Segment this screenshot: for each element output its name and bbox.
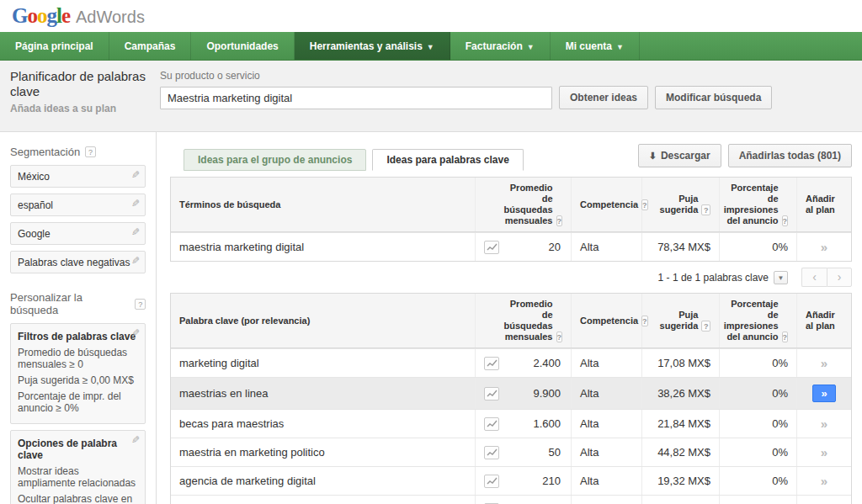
help-icon[interactable]: ? [701,321,710,332]
help-icon[interactable]: ? [782,215,789,226]
add-to-plan-cell[interactable]: » [797,438,851,466]
suggested-bid-cell: 21,84 MX$ [642,410,720,438]
edit-pencil-icon[interactable]: ✎ [131,434,140,446]
search-label: Su producto o servicio [160,70,862,82]
column-header-competition: Competencia? [572,294,642,347]
add-to-plan-cell[interactable]: » [797,349,851,377]
keyword-row: becas para maestrias1.600Alta21,84 MX$0%… [171,409,851,438]
trend-chart-icon[interactable] [476,496,508,504]
google-logo: Google [12,4,70,28]
edit-pencil-icon[interactable]: ✎ [131,255,140,267]
column-header-competition: Competencia? [572,178,642,231]
avg-searches-cell: 1.600 [508,496,572,504]
customize-box-title: Opciones de palabra clave [18,438,138,461]
keyword-row: maestria en marketing politico50Alta44,8… [171,438,851,466]
trend-chart-icon[interactable] [476,378,508,409]
customize-box-title: Filtros de palabras clave [18,331,138,342]
impression-share-cell: 0% [720,410,797,438]
segmentation-item-palabras-clave-negativas[interactable]: Palabras clave negativas✎ [10,251,146,273]
nav-item-campa-as[interactable]: Campañas [109,32,192,60]
modify-search-button[interactable]: Modificar búsqueda [655,86,772,109]
add-to-plan-cell[interactable]: » [797,378,851,409]
chevron-down-icon: ▼ [427,43,434,51]
tab-ideas-para-palabras-clave[interactable]: Ideas para palabras clave [372,149,523,171]
add-to-plan-button[interactable]: » [812,385,836,402]
add-to-plan-cell[interactable]: » [797,410,851,438]
column-header-add-to-plan: Añadir al plan [797,178,851,231]
avg-searches-cell: 210 [508,467,572,495]
trend-chart-icon[interactable] [476,467,508,495]
help-icon[interactable]: ? [782,332,789,342]
column-header-keyword: Palabra clave (por relevancia) [171,294,476,347]
keyword-row: agencia de marketing digital210Alta19,32… [171,466,851,495]
edit-pencil-icon[interactable]: ✎ [131,327,140,339]
column-header-impression-share: Porcentaje de impresiones del anuncio? [720,178,797,231]
edit-pencil-icon[interactable]: ✎ [131,226,140,238]
get-ideas-button[interactable]: Obtener ideas [559,86,648,109]
column-header-suggested-bid: Puja sugerida? [642,294,720,347]
add-to-plan-icon[interactable]: » [821,445,827,459]
help-icon[interactable]: ? [556,215,563,226]
add-to-plan-icon[interactable]: » [821,356,827,370]
keyword-row: maestria en educacion1.600Alta18,85 MX$0… [171,495,851,504]
keyword-cell: maestria en educacion [171,496,476,504]
keyword-row: maestria marketing digital20Alta78,34 MX… [171,232,851,261]
suggested-bid-cell: 44,82 MX$ [642,438,720,466]
tab-ideas-para-el-grupo-de-anuncios[interactable]: Ideas para el grupo de anuncios [184,149,366,171]
trend-chart-icon[interactable] [476,233,508,261]
customize-box-filtros-de-palabras-clave[interactable]: ✎Filtros de palabras clavePromedio de bú… [10,323,146,424]
left-sidebar: Segmentación ? México✎español✎Google✎Pal… [0,132,157,504]
pagination-text: 1 - 1 de 1 palabras clave [658,272,769,284]
nav-item-mi-cuenta[interactable]: Mi cuenta▼ [551,32,640,60]
column-header-chart [476,294,508,347]
segmentation-item-label: Google [18,228,51,240]
customize-box-opciones-de-palabra-clave[interactable]: ✎Opciones de palabra claveMostrar ideas … [10,430,146,504]
chevron-left-icon[interactable]: ‹ [801,268,827,287]
impression-share-cell: 0% [720,233,797,261]
trend-chart-icon[interactable] [476,349,508,377]
help-icon[interactable]: ? [556,332,563,342]
edit-pencil-icon[interactable]: ✎ [131,198,140,210]
chevron-down-icon[interactable]: ▼ [774,271,788,284]
page-title: Planificador de palabras clave [10,69,157,99]
add-to-plan-cell[interactable]: » [797,496,851,504]
chevron-down-icon: ▼ [616,43,624,51]
impression-share-cell: 0% [720,496,797,504]
keyword-cell: maestrias en linea [171,378,476,409]
nav-item-oportunidades[interactable]: Oportunidades [191,32,294,60]
add-to-plan-cell[interactable]: » [797,467,851,495]
download-button[interactable]: ⬇Descargar [638,144,721,167]
keyword-cell: marketing digital [171,349,476,377]
help-icon[interactable]: ? [135,299,146,310]
segmentation-item-google[interactable]: Google✎ [10,222,146,245]
product-service-input[interactable] [160,87,552,109]
keyword-cell: agencia de marketing digital [171,467,476,495]
keyword-row: marketing digital2.400Alta17,08 MX$0%» [171,348,851,377]
help-icon[interactable]: ? [85,146,96,157]
add-to-plan-cell[interactable]: » [797,233,851,261]
customize-heading-label: Personalizar la búsqueda [10,291,130,316]
chevron-down-icon: ▼ [527,43,535,51]
page-subtitle: Añada ideas a su plan [10,103,157,114]
competition-cell: Alta [572,438,642,466]
chevron-right-icon[interactable]: › [827,268,852,287]
add-to-plan-icon[interactable]: » [821,416,827,431]
nav-item-herramientas-y-an-lisis[interactable]: Herramientas y análisis▼ [295,32,450,60]
column-header-avg-searches: Promedio de búsquedas mensuales? [508,294,572,347]
add-all-button[interactable]: Añadirlas todas (801) [728,144,852,167]
trend-chart-icon[interactable] [476,410,508,438]
nav-item-facturaci-n[interactable]: Facturación▼ [450,32,551,60]
edit-pencil-icon[interactable]: ✎ [131,169,140,181]
top-strip: Planificador de palabras clave Añada ide… [0,61,862,132]
segmentation-item-m-xico[interactable]: México✎ [10,165,146,188]
add-to-plan-icon[interactable]: » [821,474,827,488]
segmentation-item-espa-ol[interactable]: español✎ [10,194,146,216]
trend-chart-icon[interactable] [476,438,508,466]
nav-item-p-gina-principal[interactable]: Página principal [0,32,109,60]
adwords-logo-text: AdWords [76,8,145,27]
segmentation-heading-label: Segmentación [10,146,80,158]
add-to-plan-icon[interactable]: » [821,240,827,254]
suggested-bid-cell: 78,34 MX$ [642,233,720,261]
planner-title-block: Planificador de palabras clave Añada ide… [0,61,157,131]
help-icon[interactable]: ? [701,204,710,215]
